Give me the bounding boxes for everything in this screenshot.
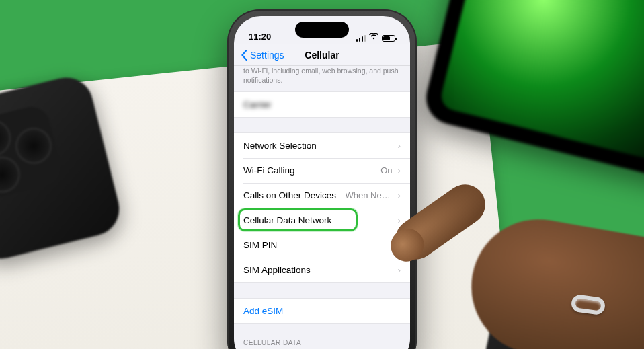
section-header: CELLULAR DATA [234, 339, 410, 349]
row-value [380, 100, 395, 110]
cellular-data-network-row[interactable]: Cellular Data Network › [234, 208, 410, 233]
chevron-right-icon: › [398, 265, 401, 275]
carrier-row[interactable]: Carrier [234, 92, 410, 117]
iphone-device: 11:20 Settings Cellular to Wi-Fi, includ… [227, 9, 417, 349]
cellular-signal-icon [356, 35, 366, 42]
back-label: Settings [250, 50, 284, 61]
row-label: Cellular Data Network [243, 215, 331, 225]
page-title: Cellular [305, 50, 339, 61]
row-value [378, 141, 393, 151]
status-bar: 11:20 [234, 16, 410, 44]
row-label: Network Selection [243, 141, 317, 151]
row-label: Add eSIM [243, 306, 283, 316]
row-value: When Nearby [346, 190, 393, 200]
background-phone [0, 72, 125, 264]
row-value: On [380, 165, 392, 176]
network-selection-row[interactable]: Network Selection › [234, 133, 410, 158]
chevron-left-icon [241, 50, 248, 61]
settings-group-carrier: Carrier [234, 91, 410, 118]
navigation-bar: Settings Cellular [234, 44, 410, 66]
add-esim-row[interactable]: Add eSIM [234, 299, 410, 323]
row-label: SIM Applications [243, 265, 311, 275]
scroll-content[interactable]: to Wi-Fi, including email, web browsing,… [234, 66, 410, 349]
photo-scene: 11:20 Settings Cellular to Wi-Fi, includ… [0, 0, 644, 349]
wifi-calling-row[interactable]: Wi-Fi Calling On › [234, 158, 410, 183]
row-label: Carrier [243, 100, 271, 110]
section-footer-text: to Wi-Fi, including email, web browsing,… [234, 66, 410, 91]
iphone-screen: 11:20 Settings Cellular to Wi-Fi, includ… [234, 16, 410, 349]
status-time: 11:20 [249, 32, 271, 42]
chevron-right-icon: › [398, 165, 401, 176]
background-phone-corner [480, 272, 644, 349]
sim-applications-row[interactable]: SIM Applications › [234, 258, 410, 282]
chevron-right-icon: › [398, 240, 401, 250]
sim-pin-row[interactable]: SIM PIN › [234, 233, 410, 258]
chevron-right-icon: › [398, 215, 401, 225]
wifi-icon [369, 32, 378, 42]
chevron-right-icon: › [398, 141, 401, 151]
settings-group-esim: Add eSIM [234, 298, 410, 324]
row-label: SIM PIN [243, 240, 277, 250]
settings-group-network: Network Selection › Wi-Fi Calling On › C… [234, 132, 410, 283]
back-button[interactable]: Settings [241, 50, 284, 61]
battery-icon [382, 35, 395, 42]
calls-other-devices-row[interactable]: Calls on Other Devices When Nearby › [234, 183, 410, 208]
row-label: Wi-Fi Calling [243, 165, 295, 176]
chevron-right-icon: › [398, 190, 401, 200]
background-tablet [421, 0, 644, 186]
row-label: Calls on Other Devices [243, 190, 336, 200]
